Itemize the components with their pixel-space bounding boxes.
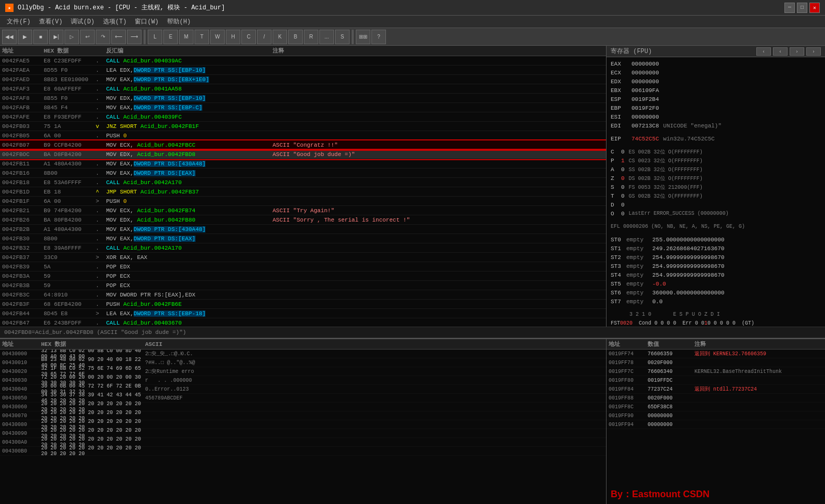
disasm-row[interactable]: 0042FB32 E8 39A6FFFF . CALL Acid_bur.004… — [0, 243, 606, 253]
menu-window[interactable]: 窗口(W) — [131, 16, 163, 27]
reg-edi: EDI 007213C8 UNICODE "enegal)" — [611, 121, 821, 130]
disasm-row[interactable]: 0042FB3A 59 . POP ECX — [0, 272, 606, 281]
tb-s[interactable]: S — [335, 30, 350, 44]
restore-button[interactable]: □ — [797, 3, 807, 13]
disasm-row-congratz[interactable]: 0042FB07 B9 CCFB4200 MOV ECX, Acid_bur.0… — [0, 140, 606, 150]
tb-dots[interactable]: ... — [319, 30, 334, 44]
disasm-row[interactable]: 0042FB1F 6A 00 > PUSH 0 — [0, 197, 606, 206]
menu-view[interactable]: 查看(V) — [35, 16, 67, 27]
disasm-row[interactable]: 0042FAE5 E8 C23EFDFF . CALL Acid_bur.004… — [0, 56, 606, 66]
disasm-row[interactable]: 0042FB11 A1 480A4300 . MOV EAX,DWORD PTR… — [0, 159, 606, 169]
tb-win[interactable]: W — [210, 30, 225, 44]
tb-restart[interactable]: ◀◀ — [2, 30, 17, 44]
reg-nav-left[interactable]: ‹ — [756, 47, 771, 56]
disasm-row[interactable]: 0042FB47 E6 243BFDFF . CALL Acid_bur.004… — [0, 318, 606, 327]
reg-edx: EDX 00000000 — [611, 77, 821, 86]
disasm-row[interactable]: 0042FB44 8D45 E8 > LEA EAX,DWORD PTR SS:… — [0, 309, 606, 318]
disasm-row[interactable]: 0042FB30 8B00 . MOV EAX,DWORD PTR DS:[EA… — [0, 234, 606, 243]
reg-sep5 — [611, 306, 821, 310]
disasm-row[interactable]: 0042FB16 8B00 . MOV EAX,DWORD PTR DS:[EA… — [0, 169, 606, 178]
tb-handles[interactable]: H — [226, 30, 240, 44]
reg-nav-right2[interactable]: › — [806, 47, 821, 56]
reg-st2: ST2 empty 254.99999999999998670 — [611, 253, 821, 262]
info-text: 0042FBD8=Acid_bur.0042FBD8 (ASCII "Good … — [4, 329, 186, 335]
reg-eip: EIP 74C52C5C win32u.74C52C5C — [611, 134, 821, 143]
reg-nav-buttons[interactable]: ‹ ‹ › › — [756, 47, 821, 56]
tb-anim-in[interactable]: ⟵ — [111, 30, 126, 44]
mem-lines[interactable]: 00430000 32 13 8B C0 02 00 8B C0 00 8D 4… — [0, 350, 606, 504]
stack-col-addr: 地址 — [609, 340, 648, 348]
menu-file[interactable]: 文件(F) — [3, 16, 35, 27]
tb-step-fwd[interactable]: ↷ — [96, 30, 110, 44]
tb-cpu[interactable]: C — [241, 30, 256, 44]
disasm-lines[interactable]: 0042FAE5 E8 C23EFDFF . CALL Acid_bur.004… — [0, 56, 606, 327]
reg-nav-left2[interactable]: ‹ — [773, 47, 788, 56]
reg-ecx: ECX 00000000 — [611, 68, 821, 77]
tb-grid[interactable]: ⊞⊞ — [356, 30, 370, 44]
tb-step-back[interactable]: ↩ — [80, 30, 95, 44]
stack-row[interactable]: 0019FF8C 65DF38C8 — [607, 403, 825, 411]
tb-mem[interactable]: M — [179, 30, 194, 44]
window-controls[interactable]: ─ □ ✕ — [784, 3, 820, 13]
flag-s: S 0 FS 0053 32位 212000(FFF) — [611, 183, 821, 191]
disasm-row[interactable]: 0042FB3C 64:8910 . MOV DWORD PTR FS:[EAX… — [0, 290, 606, 300]
reg-sep4 — [611, 231, 821, 235]
close-button[interactable]: ✕ — [809, 3, 820, 13]
col-disasm-header: 反汇编 — [106, 47, 273, 55]
col-hex-header: HEX 数据 — [44, 47, 96, 55]
tb-bp[interactable]: B — [288, 30, 303, 44]
stack-row[interactable]: 0019FF80 0019FFDC — [607, 376, 825, 385]
stack-row[interactable]: 0019FF94 00000000 — [607, 420, 825, 429]
stack-lines[interactable]: 0019FF74 76606359 返回到 KERNEL32.76606359 … — [607, 350, 825, 484]
disasm-row[interactable]: 0042FB21 B9 74FB4200 . MOV ECX, Acid_bur… — [0, 206, 606, 215]
disasm-row[interactable]: 0042FB03 75 1A v JNZ SHORT Acid_bur.0042… — [0, 122, 606, 131]
reg-nav-right[interactable]: › — [790, 47, 804, 56]
flag-o: O 0 LastErr ERROR_SUCCESS (00000000) — [611, 209, 821, 218]
mem-row[interactable]: 004300B0 20 20 20 20 20 20 20 20 20 20 2… — [0, 447, 606, 456]
disasm-row[interactable]: 0042FB05 6A 00 . PUSH 0 — [0, 131, 606, 140]
reg-st6: ST6 empty 360000.00000000000000 — [611, 288, 821, 297]
disasm-row[interactable]: 0042FB26 BA 80FB4200 . MOV EDX, Acid_bur… — [0, 215, 606, 225]
menu-debug[interactable]: 调试(D) — [67, 16, 99, 27]
tb-exec[interactable]: E — [163, 30, 178, 44]
menu-options[interactable]: 选项(T) — [99, 16, 131, 27]
memory-panel: 地址 HEX 数据 ASCII 00430000 32 13 8B C0 02 … — [0, 339, 607, 504]
stack-row[interactable]: 0019FF7C 76606340 KERNEL32.BaseThreadIni… — [607, 367, 825, 376]
disasm-row[interactable]: 0042FB2B A1 480A4300 . MOV EAX,DWORD PTR… — [0, 225, 606, 234]
menu-help[interactable]: 帮助(H) — [163, 16, 195, 27]
disasm-row[interactable]: 0042FAED 8B83 EE010000 . MOV EAX,DWORD P… — [0, 75, 606, 84]
disasm-row[interactable]: 0042FB3F 68 6EFB4200 . PUSH Acid_bur.004… — [0, 300, 606, 309]
stack-row[interactable]: 0019FF90 00000000 — [607, 411, 825, 420]
stack-row[interactable]: 0019FF88 0020F000 — [607, 394, 825, 403]
disasm-row[interactable]: 0042FB39 5A . POP EDX — [0, 262, 606, 272]
disasm-row[interactable]: 0042FAF3 E8 60AFFEFF . CALL Acid_bur.004… — [0, 84, 606, 94]
disasm-row[interactable]: 0042FAFE E8 F93EFDFF . CALL Acid_bur.004… — [0, 112, 606, 122]
tb-step-over[interactable]: ▷ — [65, 30, 79, 44]
disasm-row[interactable]: 0042FAFB 8B45 F4 . MOV EAX,DWORD PTR SS:… — [0, 103, 606, 112]
reg-ebp: EBP 0019F2F0 — [611, 104, 821, 112]
disasm-row[interactable]: 0042FB1D EB 18 ^ JMP SHORT Acid_bur.0042… — [0, 187, 606, 197]
stack-row[interactable]: 0019FF78 0020F000 — [607, 358, 825, 367]
tb-k[interactable]: K — [273, 30, 287, 44]
tb-threads[interactable]: T — [195, 30, 209, 44]
flag-c: C 0 ES 002B 32位 O(FFFFFFFF) — [611, 147, 821, 156]
stack-row[interactable]: 0019FF74 76606359 返回到 KERNEL32.76606359 — [607, 350, 825, 358]
disasm-row[interactable]: 0042FB18 E8 53A6FFFF . CALL Acid_bur.004… — [0, 178, 606, 187]
tb-slash[interactable]: / — [257, 30, 272, 44]
stack-row[interactable]: 0019FF84 77237C24 返回到 ntdll.77237C24 — [607, 385, 825, 394]
disasm-row[interactable]: 0042FAF8 8B55 F0 . MOV EDX,DWORD PTR SS:… — [0, 94, 606, 103]
window-title: OllyDbg - Acid burn.exe - [CPU - 主线程, 模块… — [18, 3, 784, 12]
tb-ref[interactable]: R — [304, 30, 318, 44]
disasm-row[interactable]: 0042FB3B 59 . POP ECX — [0, 281, 606, 290]
minimize-button[interactable]: ─ — [784, 3, 795, 13]
tb-log[interactable]: L — [148, 30, 162, 44]
tb-step-in[interactable]: ▶| — [49, 30, 63, 44]
tb-help[interactable]: ? — [371, 30, 386, 44]
disasm-row-goodjob[interactable]: 0042FBOC BA D8FB4200 MOV EDX, Acid_bur.0… — [0, 150, 606, 159]
disasm-row[interactable]: 0042FAEA 8D55 F0 . LEA EDX,DWORD PTR SS:… — [0, 66, 606, 75]
tb-play[interactable]: ▶ — [18, 30, 32, 44]
disasm-row[interactable]: 0042FB37 33C0 > XOR EAX, EAX — [0, 253, 606, 262]
tb-stop[interactable]: ■ — [33, 30, 48, 44]
watermark-text: By：Eastmount CSDN — [611, 489, 710, 499]
tb-anim-over[interactable]: ⟶ — [127, 30, 141, 44]
